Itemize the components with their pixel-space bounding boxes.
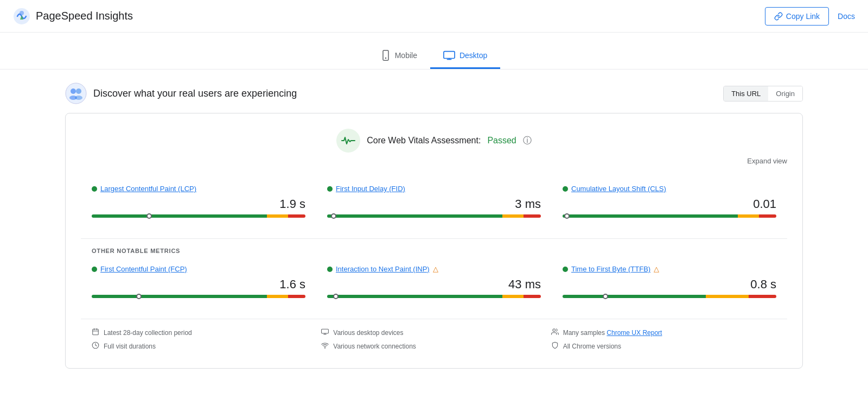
section-title: Discover what your real users are experi…	[93, 88, 297, 99]
tab-desktop-label: Desktop	[459, 51, 487, 60]
cwv-header: Core Web Vitals Assessment: Passed ⓘ	[81, 129, 787, 153]
people-icon	[551, 328, 559, 337]
footer-item: Various network connections	[321, 341, 546, 351]
docs-link[interactable]: Docs	[838, 12, 855, 21]
calendar-icon	[92, 328, 99, 337]
metric-dot	[92, 267, 97, 272]
bar-indicator	[333, 293, 339, 300]
page-header: PageSpeed Insights Copy Link Docs	[0, 0, 868, 33]
metrics-divider	[81, 238, 787, 239]
footer-item: Latest 28-day collection period	[92, 328, 317, 337]
warning-icon: △	[654, 265, 659, 273]
svg-point-11	[75, 96, 82, 100]
metric-label-row: Cumulative Layout Shift (CLS)	[563, 185, 776, 193]
url-toggle: This URL Origin	[723, 86, 803, 102]
link-icon	[774, 12, 783, 21]
metric-value: 43 ms	[508, 277, 541, 292]
metric-value: 1.6 s	[279, 277, 305, 292]
origin-button[interactable]: Origin	[768, 86, 802, 101]
desktop-icon	[321, 328, 329, 337]
svg-point-9	[76, 88, 81, 94]
section-title-area: Discover what your real users are experi…	[65, 83, 297, 104]
header-logo-area: PageSpeed Insights	[13, 8, 133, 25]
footer-item: Various desktop devices	[321, 328, 546, 337]
footer-item-text: Latest 28-day collection period	[104, 329, 192, 337]
tab-mobile-label: Mobile	[395, 51, 417, 60]
cwv-status: Passed	[487, 136, 516, 145]
section-header: Discover what your real users are experi…	[65, 83, 803, 104]
metric-value: 3 ms	[515, 197, 541, 211]
metric-value-row: 43 ms	[327, 277, 541, 294]
metric-value-row: 1.6 s	[92, 277, 305, 294]
svg-point-8	[71, 88, 76, 94]
svg-point-7	[66, 83, 86, 104]
metric-cell: Largest Contentful Paint (LCP)1.9 s	[81, 176, 316, 227]
metric-label-row: First Input Delay (FID)	[327, 185, 541, 193]
this-url-button[interactable]: This URL	[724, 86, 768, 101]
metric-cell: Interaction to Next Paint (INP) △43 ms	[316, 256, 552, 308]
footer-col1: Latest 28-day collection periodFull visi…	[92, 328, 317, 355]
tab-mobile[interactable]: Mobile	[368, 43, 430, 69]
metric-bar	[327, 295, 541, 299]
desktop-icon	[443, 50, 455, 60]
metric-dot	[92, 186, 97, 192]
metric-name[interactable]: Interaction to Next Paint (INP)	[336, 265, 430, 273]
svg-rect-4	[444, 52, 455, 59]
bar-indicator	[136, 293, 142, 300]
other-metrics-grid: First Contentful Paint (FCP)1.6 sInterac…	[81, 256, 787, 308]
metric-dot	[563, 267, 568, 272]
cwv-assessment-label: Core Web Vitals Assessment:	[367, 136, 481, 145]
metric-label-row: Time to First Byte (TTFB) △	[563, 265, 776, 273]
shield-icon	[551, 341, 559, 351]
expand-view[interactable]: Expand view	[81, 157, 787, 165]
metric-dot	[327, 186, 333, 192]
metric-value-row: 1.9 s	[92, 197, 305, 213]
footer-item: Many samples Chrome UX Report	[551, 328, 776, 337]
metric-value: 0.8 s	[750, 277, 776, 292]
metric-label-row: First Contentful Paint (FCP)	[92, 265, 305, 273]
clock-icon	[92, 341, 99, 351]
metric-cell: Time to First Byte (TTFB) △0.8 s	[552, 256, 787, 308]
footer-info: Latest 28-day collection periodFull visi…	[81, 319, 787, 357]
metric-name[interactable]: First Contentful Paint (FCP)	[100, 265, 187, 273]
tab-desktop[interactable]: Desktop	[430, 43, 500, 69]
svg-rect-17	[322, 329, 329, 333]
footer-col3: Many samples Chrome UX ReportAll Chrome …	[551, 328, 776, 355]
footer-col2: Various desktop devicesVarious network c…	[321, 328, 546, 355]
metric-cell: First Input Delay (FID)3 ms	[316, 176, 552, 227]
tabs-bar: Mobile Desktop	[0, 33, 868, 69]
footer-item: Full visit durations	[92, 341, 317, 351]
metric-bar	[563, 214, 776, 219]
bar-indicator	[146, 212, 152, 220]
footer-item-text: All Chrome versions	[563, 343, 621, 350]
footer-item-text: Full visit durations	[104, 343, 156, 350]
copy-link-label: Copy Link	[786, 12, 820, 21]
metric-name[interactable]: Cumulative Layout Shift (CLS)	[571, 185, 666, 193]
metric-value-row: 0.8 s	[563, 277, 776, 294]
warning-icon: △	[433, 265, 438, 273]
core-metrics-grid: Largest Contentful Paint (LCP)1.9 sFirst…	[81, 176, 787, 227]
svg-point-20	[325, 347, 326, 348]
wifi-icon	[321, 341, 329, 351]
metric-bar	[92, 214, 305, 219]
svg-point-21	[553, 329, 556, 332]
cwv-icon	[336, 129, 360, 153]
metric-name[interactable]: Time to First Byte (TTFB)	[571, 265, 650, 273]
metric-bar	[92, 295, 305, 299]
chrome-ux-report-link[interactable]: Chrome UX Report	[607, 329, 662, 337]
pagespeed-logo	[13, 8, 30, 25]
app-title: PageSpeed Insights	[36, 10, 133, 22]
metric-name[interactable]: Largest Contentful Paint (LCP)	[100, 185, 196, 193]
svg-point-1	[20, 11, 24, 15]
metric-name[interactable]: First Input Delay (FID)	[336, 185, 405, 193]
main-content: Discover what your real users are experi…	[0, 69, 868, 390]
bar-indicator	[564, 212, 570, 220]
metric-cell: Cumulative Layout Shift (CLS)0.01	[552, 176, 787, 227]
info-icon[interactable]: ⓘ	[523, 135, 532, 147]
footer-item-text: Various desktop devices	[333, 329, 403, 337]
footer-item-text: Various network connections	[333, 343, 416, 350]
metric-value-row: 0.01	[563, 197, 776, 213]
metric-bar	[327, 214, 541, 219]
bar-indicator	[603, 293, 608, 300]
copy-link-button[interactable]: Copy Link	[765, 7, 829, 26]
